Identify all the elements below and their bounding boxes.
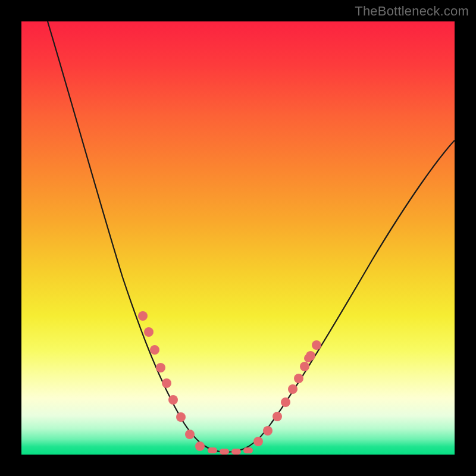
watermark-text: TheBottleneck.com — [355, 4, 469, 19]
marker-dot — [138, 311, 148, 321]
curve-svg — [21, 21, 455, 455]
marker-dot — [208, 447, 217, 453]
marker-dot — [281, 397, 290, 407]
bottleneck-curve — [48, 21, 455, 452]
marker-dot — [243, 447, 253, 453]
marker-dot — [273, 412, 282, 421]
marker-dot — [168, 395, 178, 405]
marker-dot — [162, 378, 171, 388]
marker-dot — [176, 412, 186, 422]
marker-dot — [300, 362, 309, 371]
plot-area — [21, 21, 455, 455]
marker-dot — [150, 345, 159, 355]
marker-dot — [253, 437, 263, 446]
marker-dot-outlier — [304, 354, 312, 362]
marker-dot — [288, 384, 298, 394]
marker-dot — [195, 441, 205, 451]
marker-dot — [294, 374, 303, 383]
marker-dot — [231, 449, 241, 455]
marker-dot — [312, 340, 321, 350]
marker-dot — [156, 363, 165, 372]
marker-dot — [185, 430, 195, 439]
marker-dot — [144, 327, 154, 337]
marker-dot — [220, 449, 229, 455]
chart-frame: TheBottleneck.com — [0, 0, 476, 476]
marker-dot — [263, 426, 273, 436]
